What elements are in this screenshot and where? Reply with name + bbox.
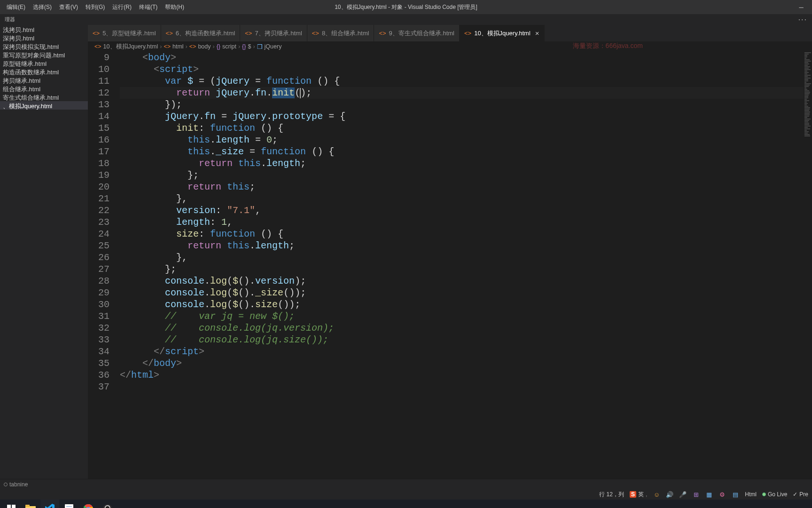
menu-item[interactable]: 编辑(E) (3, 1, 29, 13)
tab[interactable]: <>10、模拟Jquery.html× (460, 25, 545, 41)
tab[interactable]: <>5、原型链继承.html (88, 25, 161, 41)
breadcrumb-item[interactable]: <>body (189, 43, 211, 50)
tab-label: 8、组合继承.html (322, 29, 369, 38)
titlebar: 编辑(E)选择(S)查看(V)转到(G)运行(R)终端(T)帮助(H) 10、模… (0, 0, 812, 14)
menu-item[interactable]: 查看(V) (55, 1, 82, 13)
code-content[interactable]: <body> <script> var $ = (jQuery = functi… (120, 52, 812, 479)
breadcrumb-icon: <> (164, 43, 171, 50)
line-gutter: 9101112131415161718192021222324252627282… (88, 52, 120, 479)
breadcrumb-item[interactable]: ❒jQuery (257, 43, 282, 50)
tabs: <>5、原型链继承.html<>6、构造函数继承.html<>7、拷贝继承.ht… (88, 25, 812, 41)
gear-icon[interactable]: ⚙ (718, 491, 726, 498)
main-area: 浅拷贝.html深拷贝.html深拷贝模拟实现.html重写原型对象问题.htm… (0, 25, 812, 479)
html-file-icon: <> (464, 30, 471, 37)
svg-rect-0 (7, 505, 11, 508)
breadcrumb-item[interactable]: {}script (217, 43, 236, 50)
breadcrumb[interactable]: <>10、模拟Jquery.html›<>html›<>body›{}scrip… (88, 41, 812, 52)
breadcrumb-item[interactable]: <>10、模拟Jquery.html (94, 43, 158, 51)
window-controls: ─ (790, 0, 812, 14)
sidebar-item[interactable]: 拷贝继承.html (0, 76, 88, 84)
sidebar-item[interactable]: 浅拷贝.html (0, 25, 88, 33)
go-live[interactable]: Go Live (762, 491, 787, 498)
sidebar-item[interactable]: 、模拟Jquery.html (0, 101, 88, 110)
explorer-header: 理器 ··· (0, 14, 812, 25)
statusbar: 行 12，列 S 英 , ☺ 🔊 🎤 ⊞ ▦ ⚙ ▤ Html Go Live … (0, 489, 812, 500)
sidebar[interactable]: 浅拷贝.html深拷贝.html深拷贝模拟实现.html重写原型对象问题.htm… (0, 25, 88, 479)
status-language[interactable]: Html (745, 491, 757, 498)
breadcrumb-icon: {} (242, 43, 246, 50)
tabnine-label: tabnine (9, 481, 28, 488)
menu-item[interactable]: 转到(G) (82, 1, 109, 13)
tab[interactable]: <>7、拷贝继承.html (240, 25, 307, 41)
ime-indicator[interactable]: S 英 , (630, 491, 647, 499)
svg-rect-5 (25, 505, 30, 507)
tab-label: 5、原型链继承.html (102, 29, 156, 38)
tabnine-icon (4, 483, 8, 486)
tab[interactable]: <>6、构造函数继承.html (161, 25, 241, 41)
html-file-icon: <> (93, 30, 100, 37)
tab-label: 6、构造函数继承.html (176, 29, 235, 38)
broadcast-icon (762, 492, 766, 496)
more-icon[interactable]: ··· (798, 17, 807, 22)
tab-label: 7、拷贝继承.html (255, 29, 302, 38)
window-title: 10、模拟Jquery.html - 对象 - Visual Studio Co… (335, 3, 477, 11)
sidebar-item[interactable]: 寄生式组合继承.html (0, 93, 88, 101)
explorer-icon[interactable] (21, 500, 40, 508)
sidebar-item[interactable]: 深拷贝模拟实现.html (0, 42, 88, 50)
sidebar-item[interactable]: 深拷贝.html (0, 33, 88, 42)
breadcrumb-item[interactable]: <>html (164, 43, 183, 50)
tab[interactable]: <>8、组合继承.html (307, 25, 375, 41)
html-file-icon: <> (312, 30, 319, 37)
tabnine-bar[interactable]: tabnine (0, 479, 812, 489)
tab-label: 10、模拟Jquery.html (474, 29, 531, 38)
tab[interactable]: <>9、寄生式组合继承.html (374, 25, 460, 41)
taskbar (0, 500, 812, 508)
html-file-icon: <> (166, 30, 173, 37)
menu-item[interactable]: 帮助(H) (161, 1, 188, 13)
emoji-icon[interactable]: ☺ (653, 491, 660, 498)
breadcrumb-icon: {} (217, 43, 220, 50)
editor-body[interactable]: 9101112131415161718192021222324252627282… (88, 52, 812, 479)
menu-bar: 编辑(E)选择(S)查看(V)转到(G)运行(R)终端(T)帮助(H) (0, 1, 188, 13)
breadcrumb-icon: <> (94, 43, 102, 50)
minimize-button[interactable]: ─ (790, 0, 812, 14)
notepad-icon[interactable] (60, 500, 78, 508)
editor-area: 海量资源：666java.com <>5、原型链继承.html<>6、构造函数继… (88, 25, 812, 479)
vscode-icon[interactable] (40, 500, 59, 508)
close-icon[interactable]: × (535, 29, 539, 37)
start-button[interactable] (2, 500, 21, 508)
breadcrumb-icon: <> (189, 43, 196, 50)
svg-rect-1 (12, 505, 16, 508)
breadcrumb-icon: ❒ (257, 43, 263, 50)
html-file-icon: <> (245, 30, 252, 37)
speaker-icon[interactable]: 🔊 (666, 491, 673, 498)
grid-icon[interactable]: ⊞ (692, 491, 700, 498)
menu-item[interactable]: 运行(R) (109, 1, 135, 13)
obs-icon[interactable] (98, 500, 117, 508)
apps-icon[interactable]: ▤ (732, 491, 739, 498)
sidebar-item[interactable]: 构造函数数继承.html (0, 67, 88, 76)
explorer-title: 理器 (5, 16, 15, 23)
status-pre[interactable]: ✓ Pre (793, 491, 808, 498)
box-icon[interactable]: ▦ (705, 491, 713, 498)
breadcrumb-item[interactable]: {}$ (242, 43, 251, 50)
menu-item[interactable]: 选择(S) (29, 1, 55, 13)
pinyin-icon: S (630, 491, 636, 498)
minimap[interactable] (804, 52, 812, 479)
status-position[interactable]: 行 12，列 (599, 491, 624, 499)
sidebar-item[interactable]: 重写原型对象问题.html (0, 50, 88, 59)
sidebar-item[interactable]: 原型链继承.html (0, 59, 88, 67)
html-file-icon: <> (379, 30, 386, 37)
svg-rect-7 (66, 506, 72, 507)
chrome-icon[interactable] (79, 500, 98, 508)
tab-label: 9、寄生式组合继承.html (389, 29, 454, 38)
mic-icon[interactable]: 🎤 (679, 491, 687, 498)
sidebar-item[interactable]: 组合继承.html (0, 84, 88, 93)
menu-item[interactable]: 终端(T) (135, 1, 161, 13)
